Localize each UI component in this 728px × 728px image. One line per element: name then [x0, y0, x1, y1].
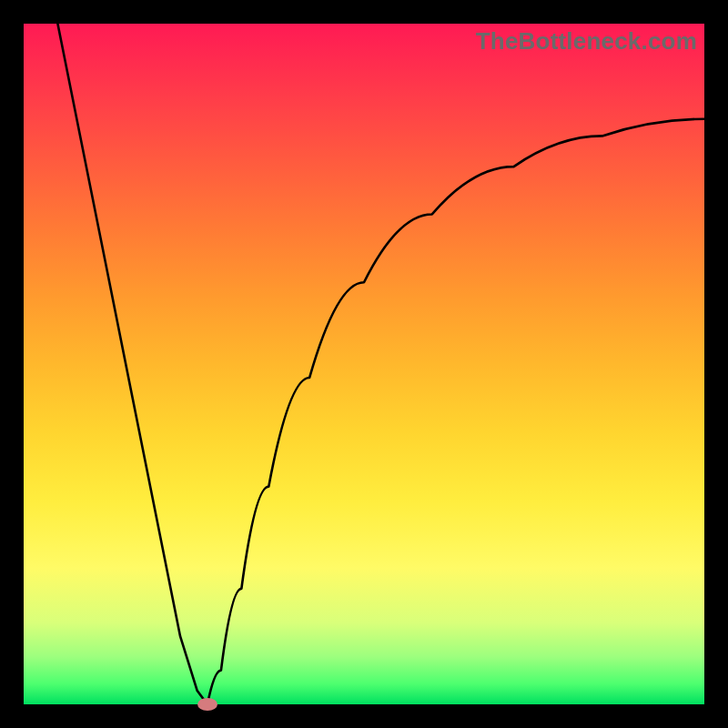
bottleneck-curve [24, 24, 704, 704]
plot-area: TheBottleneck.com [24, 24, 704, 704]
bottleneck-marker [197, 698, 217, 711]
curve-right-branch [207, 119, 704, 704]
curve-left-branch [57, 24, 207, 704]
